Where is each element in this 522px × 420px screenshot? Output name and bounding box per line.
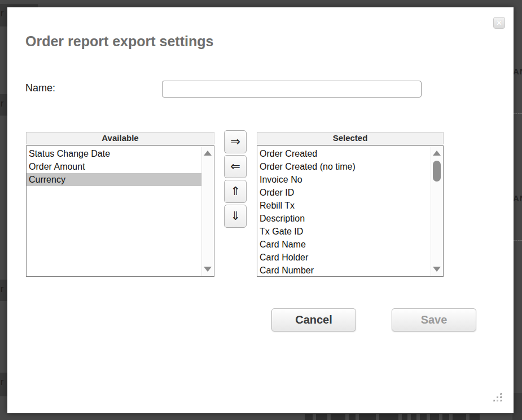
background-text-fragment: r [1,8,3,18]
available-scrollbar[interactable] [201,147,213,276]
move-down-button[interactable]: ⇓ [224,205,247,228]
list-item[interactable]: Card Number [257,264,431,277]
list-item[interactable]: Invoice No [257,173,431,186]
text-fragment [470,414,480,420]
save-button[interactable]: Save [392,308,476,331]
list-item[interactable]: Currency [27,173,201,186]
scroll-down-icon[interactable] [204,267,212,272]
background-text-fragment: AN [513,67,522,76]
text-fragment [379,414,398,420]
move-left-button[interactable]: ⇐ [224,155,247,178]
text-fragment [316,414,327,420]
move-right-button[interactable]: ⇒ [224,130,247,153]
background-text-fragment: r [1,99,3,108]
available-items: Status Change DateOrder AmountCurrency [27,147,201,186]
scroll-up-icon[interactable] [204,151,212,156]
background-text-fragment-row [305,414,522,420]
text-fragment [349,414,356,420]
list-item[interactable]: Order Created [257,147,431,160]
scroll-down-icon[interactable] [433,267,441,272]
selected-listbox[interactable]: Order CreatedOrder Created (no time)Invo… [257,145,444,277]
text-fragment [430,414,439,420]
dialog-title: Order report export settings [25,33,213,50]
list-item[interactable]: Card Holder [257,251,431,264]
name-input[interactable] [162,81,422,98]
screen: r r r r AN AN ✕ Order report export sett… [0,0,522,420]
scroll-thumb[interactable] [433,161,441,182]
close-icon[interactable]: ✕ [493,17,505,29]
text-fragment [420,414,427,420]
list-item[interactable]: Card Name [257,238,431,251]
text-fragment [402,414,407,420]
list-item[interactable]: Tx Gate ID [257,225,431,238]
text-fragment [359,414,376,420]
text-fragment [305,414,313,420]
background-divider [513,113,522,114]
list-item[interactable]: Order ID [257,186,431,199]
text-fragment [331,414,345,420]
text-fragment [453,414,466,420]
list-item[interactable]: Description [257,212,431,225]
move-up-button[interactable]: ⇑ [224,180,247,203]
list-item[interactable]: Order Amount [27,160,201,173]
cancel-button[interactable]: Cancel [271,308,356,331]
background-divider [513,240,522,241]
available-list-header: Available [26,132,214,144]
list-item[interactable]: Order Created (no time) [257,160,431,173]
list-item[interactable]: Rebill Tx [257,199,431,212]
background-text-fragment: r [1,377,3,387]
background-text-fragment: AN [513,193,522,203]
scroll-up-icon[interactable] [433,151,441,156]
resize-grip-icon[interactable] [493,393,503,403]
name-label: Name: [25,82,55,94]
selected-scrollbar[interactable] [431,147,442,276]
export-settings-dialog: ✕ Order report export settings Name: Ava… [7,7,514,413]
list-item[interactable]: Status Change Date [27,147,201,160]
selected-list-header: Selected [257,132,444,144]
text-fragment [411,414,416,420]
text-fragment [442,414,449,420]
background-text-fragment: r [1,284,3,294]
selected-items: Order CreatedOrder Created (no time)Invo… [257,147,431,277]
available-listbox[interactable]: Status Change DateOrder AmountCurrency [26,145,214,277]
